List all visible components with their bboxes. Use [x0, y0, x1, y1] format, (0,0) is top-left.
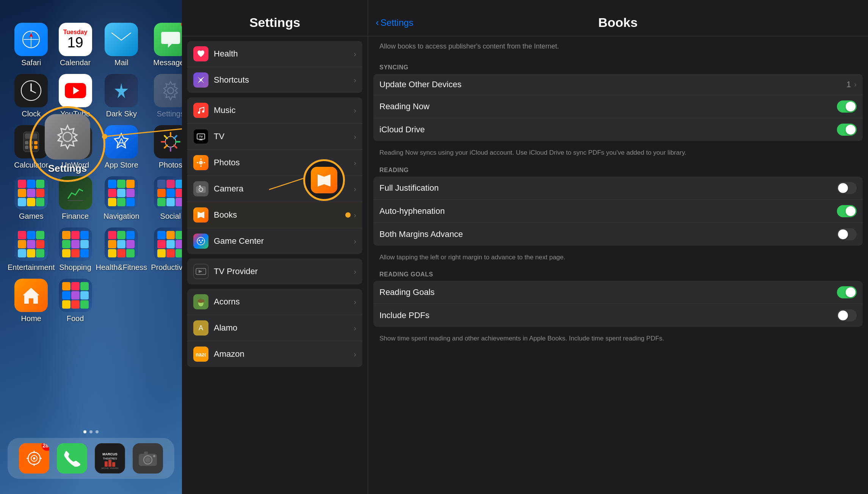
books-row-iclouddrive[interactable]: iCloud Drive — [373, 118, 863, 141]
books-row-includepdfs[interactable]: Include PDFs — [373, 304, 863, 327]
books-selected-dot — [345, 212, 351, 218]
books-row-readingnow[interactable]: Reading Now — [373, 95, 863, 118]
settings-group-1: Health › Shortcuts › — [187, 41, 362, 93]
home-app-icon — [14, 279, 48, 312]
settings-row-acorns[interactable]: Acorns › — [187, 289, 362, 315]
books-row-update[interactable]: Update Other Devices 1 › — [373, 74, 863, 95]
settings-row-music[interactable]: Music › — [187, 97, 362, 124]
books-row-readinggoals[interactable]: Reading Goals — [373, 281, 863, 304]
dock-phone[interactable] — [57, 443, 87, 474]
books-row-margins[interactable]: Both Margins Advance — [373, 223, 863, 246]
books-back-button[interactable]: ‹ Settings — [376, 17, 413, 28]
svg-point-71 — [200, 242, 202, 243]
svg-rect-50 — [144, 452, 148, 454]
readinggoals-toggle[interactable] — [837, 286, 857, 298]
iclouddrive-toggle-knob — [846, 125, 855, 135]
app-messages[interactable]: 1 Messages — [151, 23, 182, 67]
settings-row-tv[interactable]: TV TV › — [187, 124, 362, 150]
svg-point-70 — [202, 240, 203, 241]
app-safari[interactable]: Safari — [8, 23, 55, 67]
readingnow-toggle[interactable] — [837, 100, 857, 113]
settings-row-gamecenter[interactable]: Game Center › — [187, 228, 362, 254]
app-shopping[interactable]: Shopping — [59, 227, 92, 272]
calendar-label: Calendar — [60, 58, 91, 67]
food-icon — [59, 279, 92, 312]
app-games[interactable]: Games — [8, 176, 55, 221]
app-calendar[interactable]: Tuesday 19 Calendar — [59, 23, 92, 67]
svg-line-29 — [165, 136, 167, 138]
app-healthfitness[interactable]: Health&Fitness — [96, 227, 147, 272]
svg-point-49 — [145, 457, 150, 463]
app-entertainment[interactable]: Entertainment — [8, 227, 55, 272]
games-icon — [14, 176, 48, 210]
iclouddrive-toggle[interactable] — [837, 124, 857, 136]
productivity-icon — [154, 227, 182, 261]
alamo-label: Alamo — [214, 323, 354, 333]
marcus-icon: MARCUS THEATRES MOVIE TAVERN — [95, 443, 125, 474]
margins-toggle-knob — [838, 229, 848, 239]
margins-label: Both Margins Advance — [379, 229, 837, 239]
settings-row-amazon[interactable]: amazon Amazon › — [187, 341, 362, 367]
app-mail[interactable]: Mail — [96, 23, 147, 67]
svg-marker-11 — [114, 83, 128, 98]
clock-icon — [14, 74, 48, 107]
app-photos[interactable]: Photos — [151, 125, 182, 169]
app-productivity[interactable]: Productivity — [151, 227, 182, 272]
tvprovider-label: TV Provider — [214, 267, 354, 276]
darksky-label: Dark Sky — [106, 110, 137, 118]
settings-row-shortcuts[interactable]: Shortcuts › — [187, 67, 362, 93]
dock-marcus[interactable]: MARCUS THEATRES MOVIE TAVERN — [95, 443, 125, 474]
svg-rect-67 — [199, 185, 201, 187]
amazon-chevron: › — [354, 350, 356, 359]
app-home[interactable]: Home — [8, 279, 55, 323]
margins-toggle[interactable] — [837, 228, 857, 240]
app-navigation[interactable]: Navigation — [96, 176, 147, 221]
books-label: Books — [214, 210, 342, 220]
entertainment-label: Entertainment — [8, 263, 55, 272]
app-social[interactable]: Social — [151, 176, 182, 221]
messages-icon: 1 — [154, 23, 182, 56]
reading-goals-header: READING GOALS — [373, 263, 863, 281]
social-label: Social — [160, 212, 181, 221]
acorns-chevron: › — [354, 298, 356, 306]
photos-settings-icon — [193, 155, 208, 170]
autohyphen-toggle[interactable] — [837, 205, 857, 217]
food-label: Food — [67, 314, 84, 323]
tvprovider-icon — [193, 264, 208, 279]
settings-grid-icon — [154, 74, 182, 107]
youtube-icon — [59, 74, 92, 107]
fulljust-toggle-knob — [838, 183, 848, 193]
settings-panel: Settings Health › Shortcuts › — [182, 0, 368, 494]
books-chevron: › — [354, 211, 356, 220]
photos-settings-chevron: › — [354, 158, 356, 167]
camera-dock-icon — [133, 443, 163, 474]
settings-row-alamo[interactable]: A Alamo › — [187, 315, 362, 341]
settings-row-books[interactable]: Books › — [187, 202, 362, 228]
alamo-chevron: › — [354, 324, 356, 332]
svg-point-60 — [199, 161, 203, 165]
bottom-text: Show time spent reading and other achiev… — [373, 330, 863, 345]
gamecenter-label: Game Center — [214, 236, 354, 246]
app-finance[interactable]: Finance — [59, 176, 92, 221]
update-devices-chevron: › — [854, 80, 857, 89]
settings-header: Settings — [182, 0, 368, 36]
app-food[interactable]: Food — [59, 279, 92, 323]
books-row-autohyphen[interactable]: Auto-hyphenation — [373, 200, 863, 223]
settings-row-tvprovider[interactable]: TV Provider › — [187, 259, 362, 284]
syncing-header: SYNCING — [373, 56, 863, 74]
svg-point-52 — [63, 132, 72, 141]
settings-row-health[interactable]: Health › — [187, 41, 362, 67]
healthfitness-icon — [105, 227, 138, 261]
dock-overcast[interactable]: 283 — [19, 443, 49, 474]
includepdfs-label: Include PDFs — [379, 311, 837, 320]
autohyphen-toggle-knob — [846, 206, 855, 216]
books-row-fulljustification[interactable]: Full Justification — [373, 177, 863, 200]
fulljust-toggle[interactable] — [837, 182, 857, 194]
dock-camera[interactable] — [133, 443, 163, 474]
app-darksky[interactable]: Dark Sky — [96, 74, 147, 118]
mail-icon — [105, 23, 138, 56]
gamecenter-chevron: › — [354, 237, 356, 246]
app-settings-grid[interactable]: Settings — [151, 74, 182, 118]
includepdfs-toggle[interactable] — [837, 309, 857, 321]
svg-rect-43 — [105, 461, 108, 467]
